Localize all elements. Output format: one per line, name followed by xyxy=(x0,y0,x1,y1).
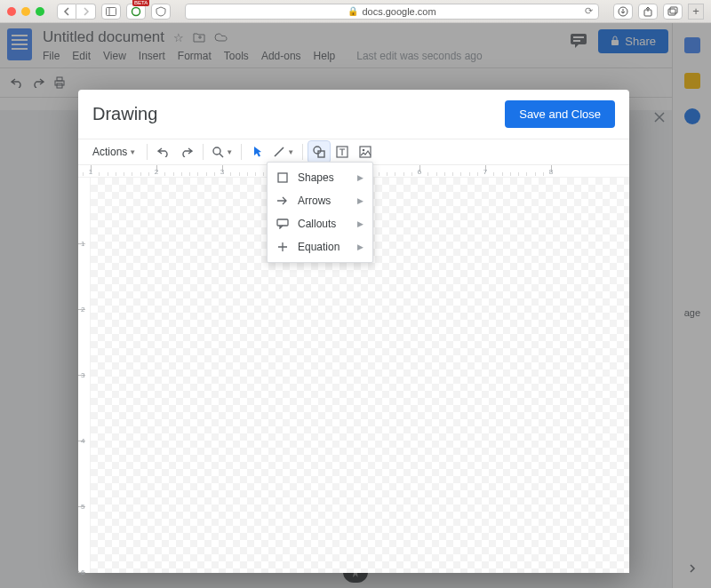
svg-rect-0 xyxy=(107,7,116,15)
submenu-arrow-icon: ▶ xyxy=(357,173,363,182)
svg-rect-16 xyxy=(318,151,324,157)
toolbar-separator xyxy=(147,144,148,160)
zoom-icon xyxy=(212,146,224,158)
submenu-arrow-icon: ▶ xyxy=(357,219,363,228)
toolbar-separator xyxy=(203,144,204,160)
forward-button[interactable] xyxy=(76,4,96,20)
window-controls xyxy=(7,7,44,16)
chevron-right-icon xyxy=(83,7,90,16)
extension-button[interactable] xyxy=(126,4,146,20)
ruler-label: 7 xyxy=(483,168,487,176)
panel-icon xyxy=(106,7,116,16)
textbox-icon xyxy=(336,146,348,158)
ruler-label: 1 xyxy=(89,168,92,176)
select-tool-button[interactable] xyxy=(247,141,268,163)
submenu-arrow-icon: ▶ xyxy=(357,196,363,205)
ruler-label: 3 xyxy=(81,371,84,379)
browser-toolbar: 🔒 docs.google.com ⟳ + xyxy=(0,0,711,23)
svg-point-2 xyxy=(132,7,140,15)
shape-tool-button[interactable] xyxy=(308,141,330,163)
shape-menu-item-label: Equation xyxy=(298,241,340,253)
back-button[interactable] xyxy=(57,4,76,20)
redo-button[interactable] xyxy=(176,141,197,163)
minimize-window-button[interactable] xyxy=(21,7,30,16)
drawing-header: Drawing Save and Close xyxy=(78,90,629,139)
arrow-icon xyxy=(276,195,289,207)
image-icon xyxy=(359,146,371,158)
shape-menu-item-label: Shapes xyxy=(298,171,334,184)
shape-menu-item-arrow[interactable]: Arrows▶ xyxy=(268,189,372,212)
shape-menu-item-equation[interactable]: Equation▶ xyxy=(268,235,372,258)
toolbar-separator xyxy=(302,144,303,160)
zoom-button[interactable]: ▼ xyxy=(209,141,236,163)
ruler-label: 2 xyxy=(81,306,84,314)
lock-icon: 🔒 xyxy=(348,6,358,16)
chevron-left-icon xyxy=(63,7,70,16)
share-icon xyxy=(643,6,653,17)
redo-icon xyxy=(180,147,193,157)
actions-label: Actions xyxy=(92,146,127,158)
nav-buttons xyxy=(57,4,96,20)
ruler-label: 1 xyxy=(81,240,84,248)
shape-menu-item-label: Callouts xyxy=(298,218,336,230)
shape-menu-item-square[interactable]: Shapes▶ xyxy=(268,166,372,189)
svg-point-15 xyxy=(314,147,321,154)
share-safari-button[interactable] xyxy=(638,4,658,20)
svg-rect-5 xyxy=(668,9,675,15)
url-bar: 🔒 docs.google.com ⟳ xyxy=(185,4,599,20)
downloads-button[interactable] xyxy=(613,4,633,20)
save-and-close-button[interactable]: Save and Close xyxy=(505,100,615,128)
svg-point-14 xyxy=(213,147,220,155)
ruler-label: 6 xyxy=(81,568,84,576)
svg-point-19 xyxy=(363,149,365,152)
actions-menu-button[interactable]: Actions▼ xyxy=(87,141,141,163)
shape-submenu: Shapes▶Arrows▶Callouts▶Equation▶ xyxy=(267,162,373,263)
ruler-label: 4 xyxy=(81,437,84,445)
tabs-button[interactable] xyxy=(663,4,683,20)
privacy-icon xyxy=(156,6,166,17)
image-tool-button[interactable] xyxy=(355,141,376,163)
shape-menu-item-callout[interactable]: Callouts▶ xyxy=(268,212,372,235)
shape-menu-item-label: Arrows xyxy=(298,195,331,207)
docs-app: Untitled document ☆ File Edit View Inser… xyxy=(0,23,711,588)
reload-icon[interactable]: ⟳ xyxy=(585,5,593,17)
sidebar-button[interactable] xyxy=(101,4,121,20)
close-modal-button[interactable] xyxy=(649,107,670,128)
svg-rect-6 xyxy=(670,7,677,13)
square-icon xyxy=(276,171,289,184)
callout-icon xyxy=(276,218,289,230)
shape-icon xyxy=(313,146,325,158)
maximize-window-button[interactable] xyxy=(36,7,44,16)
download-icon xyxy=(618,6,628,17)
textbox-tool-button[interactable] xyxy=(332,141,353,163)
cursor-icon xyxy=(252,146,263,158)
shield-icon xyxy=(131,6,141,17)
url-text: docs.google.com xyxy=(362,6,435,17)
privacy-button[interactable] xyxy=(151,4,171,20)
close-window-button[interactable] xyxy=(7,7,16,16)
undo-icon xyxy=(157,147,170,157)
undo-button[interactable] xyxy=(153,141,174,163)
submenu-arrow-icon: ▶ xyxy=(357,242,363,251)
close-icon xyxy=(654,112,665,123)
ruler-label: 5 xyxy=(81,503,84,511)
new-tab-button[interactable]: + xyxy=(688,4,704,20)
url-field[interactable]: 🔒 docs.google.com ⟳ xyxy=(185,4,599,20)
ruler-label: 2 xyxy=(155,168,158,176)
save-and-close-label: Save and Close xyxy=(519,107,601,121)
toolbar-separator xyxy=(241,144,242,160)
equation-icon xyxy=(276,241,289,253)
drawing-title: Drawing xyxy=(92,104,157,124)
ruler-label: 8 xyxy=(549,168,553,176)
svg-rect-21 xyxy=(277,219,288,226)
line-icon xyxy=(273,146,285,158)
drawing-vertical-ruler: 123456 xyxy=(78,178,91,573)
svg-rect-20 xyxy=(278,173,287,182)
ruler-label: 3 xyxy=(220,168,224,176)
line-tool-button[interactable]: ▼ xyxy=(270,141,297,163)
ruler-label: 6 xyxy=(418,168,421,176)
tabs-icon xyxy=(667,6,678,17)
